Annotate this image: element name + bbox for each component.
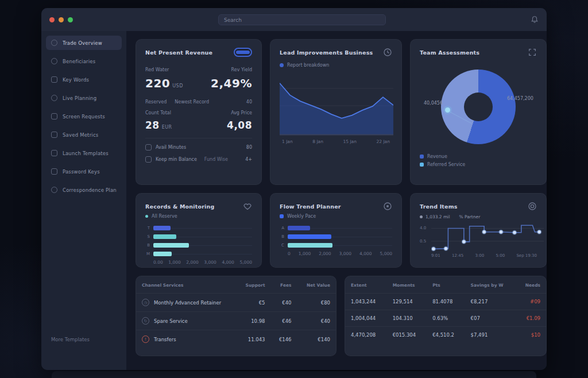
sidebar-item-trade-overview[interactable]: Trade Overview: [46, 36, 122, 50]
bar-track: [153, 223, 252, 232]
heart-icon[interactable]: [243, 202, 252, 211]
detail-sublabel: Fund Wise: [204, 157, 228, 162]
table-row[interactable]: !Transfers 11.043 €146 €140: [136, 330, 336, 349]
bar-category-label: C: [280, 243, 284, 248]
y-axis-label: 0.5: [420, 239, 426, 244]
table-row[interactable]: ↻Spare Service 10.98 €46 €40: [136, 312, 336, 330]
stat-label: Avg Price: [227, 110, 252, 115]
sidebar-item-key-words[interactable]: Key Words: [46, 72, 122, 87]
correspondence-icon: [51, 187, 57, 193]
detail-row[interactable]: Avail Minutes 80: [145, 144, 252, 151]
data-point-dot[interactable]: [513, 231, 516, 234]
sidebar-item-label: Launch Templates: [63, 151, 109, 156]
stat-value: 28EUR: [145, 119, 172, 131]
alert-value: €1.09: [516, 310, 546, 327]
step-chart: 4.00.5: [420, 222, 537, 252]
meta-left: Reserved: [145, 99, 167, 105]
stat-value: 2,49%: [211, 76, 252, 90]
column-header: Net Value: [297, 276, 336, 294]
alert-circle-icon: !: [142, 335, 149, 343]
bar[interactable]: [288, 234, 331, 239]
stat-label: Red Water: [145, 67, 183, 72]
sidebar-item-saved-metrics[interactable]: Saved Metrics: [46, 128, 122, 142]
bar[interactable]: [288, 226, 310, 230]
sidebar-item-password-keys[interactable]: Password Keys: [46, 164, 122, 179]
card-title: Net Present Revenue: [145, 49, 212, 56]
minimize-window-button[interactable]: [59, 17, 64, 22]
table-row[interactable]: 4,470,208€015.304 €4,510.2$7,491 $10: [345, 327, 546, 344]
data-point-dot[interactable]: [537, 230, 541, 234]
data-point-dot[interactable]: [500, 230, 503, 234]
clock-circle-icon: ◷: [142, 299, 149, 306]
legend-item: 1,033.2 mil: [420, 214, 450, 219]
bar[interactable]: [288, 243, 332, 248]
data-point-dot[interactable]: [482, 230, 486, 234]
column-header: Fees: [271, 276, 297, 294]
column-header: Savings by W: [465, 276, 516, 294]
stat-primary: Red Water 220USD: [145, 67, 183, 90]
bar-row: M: [145, 249, 252, 258]
data-point-dot[interactable]: [444, 247, 447, 250]
detail-value: 80: [246, 145, 252, 150]
x-axis-labels: 9:0112:453:005:00Sep 19:30: [420, 253, 537, 258]
beneficiaries-icon: [51, 58, 57, 64]
sidebar-item-beneficiaries[interactable]: Beneficiaries: [46, 54, 122, 68]
meta-right: 40: [246, 99, 252, 105]
donut-annotation-right: 64,457,200: [507, 96, 537, 101]
bar-track: [153, 241, 252, 249]
bar[interactable]: [153, 234, 176, 239]
divider: [145, 138, 252, 138]
donut-chart: [441, 70, 516, 144]
detail-row[interactable]: Keep min Balance Fund Wise 4+: [145, 156, 252, 163]
tick-label: 4,000: [359, 251, 372, 256]
legend-label: Revenue: [427, 154, 447, 159]
tick-label: Sep 19:30: [516, 253, 537, 258]
sidebar-item-label: Live Planning: [63, 95, 96, 101]
legend-label: All Reserve: [152, 214, 177, 219]
sidebar-item-launch-templates[interactable]: Launch Templates: [46, 146, 122, 160]
donut-legend: Revenue Referred Service: [420, 154, 537, 167]
tick-label: 15 Jan: [343, 139, 357, 144]
data-point-dot[interactable]: [462, 240, 466, 244]
x-axis-labels: 01,0002,0003,0004,0005,000: [280, 251, 392, 256]
search-input[interactable]: [218, 14, 386, 25]
clock-icon[interactable]: [383, 48, 392, 57]
expand-icon[interactable]: [528, 48, 537, 57]
tick-label: 0.00: [153, 260, 163, 265]
column-header: Support: [237, 276, 271, 294]
flow-bars-card: Flow Trend Planner Weekly Pace ABC 01,00…: [270, 193, 402, 268]
data-point-dot[interactable]: [432, 247, 435, 250]
table-row[interactable]: 1,004,044104.310 0.63%€07 €1.09: [345, 310, 546, 327]
metrics-table: Extent Moments Pts Savings by W Needs 1,…: [345, 276, 546, 343]
sidebar-item-correspondence-planner[interactable]: Correspondence Planner: [46, 183, 122, 197]
window-controls: [49, 17, 73, 22]
bar-track: [288, 223, 392, 232]
bell-icon[interactable]: [531, 16, 539, 24]
target-icon[interactable]: [528, 202, 537, 211]
revenue-summary-card: Net Present Revenue Red Water 220USD Rev…: [136, 39, 262, 185]
bar[interactable]: [153, 252, 172, 256]
revenue-toggle[interactable]: [234, 48, 252, 57]
sidebar-item-label: Screen Requests: [63, 114, 105, 119]
bar[interactable]: [153, 243, 189, 248]
bar[interactable]: [153, 226, 171, 230]
table-row[interactable]: 1,043,244129,514 81.4078€8,217 #09: [345, 294, 546, 310]
sidebar-item-label: Saved Metrics: [63, 132, 98, 138]
close-window-button[interactable]: [49, 17, 55, 22]
eye-icon[interactable]: [383, 202, 392, 211]
bar-track: [288, 232, 392, 241]
y-axis-label: 4.0: [420, 226, 426, 230]
alert-value: #09: [516, 294, 546, 310]
sidebar-item-label: Beneficiaries: [63, 59, 95, 64]
launch-templates-icon: [51, 150, 57, 156]
sidebar-item-screen-requests[interactable]: Screen Requests: [46, 109, 122, 124]
tick-label: 0: [288, 251, 291, 256]
table-row[interactable]: ◷Monthly Advanced Retainer €5 €40 €80: [136, 294, 336, 312]
zoom-window-button[interactable]: [68, 17, 73, 22]
sidebar-item-live-planning[interactable]: Live Planning: [46, 91, 122, 105]
sidebar-footer-link[interactable]: More Templates: [51, 337, 90, 342]
donut-hole: [464, 92, 493, 121]
tick-label: 12:45: [452, 253, 463, 258]
tick-label: 1,000: [168, 260, 180, 265]
password-keys-icon: [51, 168, 57, 175]
